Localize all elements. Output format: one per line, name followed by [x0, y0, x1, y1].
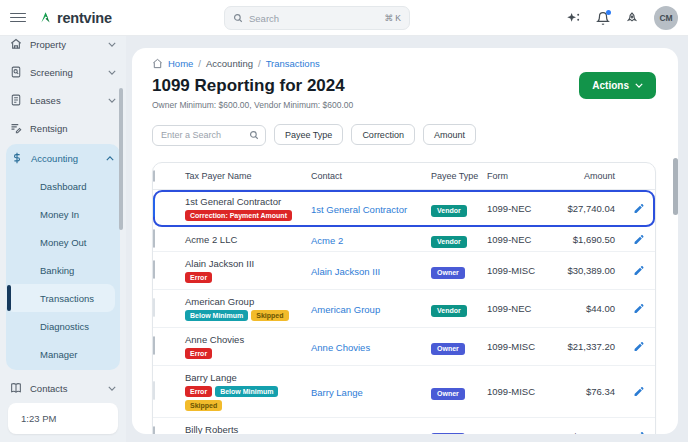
contact-link[interactable]: Anne Chovies — [311, 342, 370, 353]
sidebar-item-property[interactable]: Property — [0, 36, 126, 58]
sidebar-accounting-group: Accounting DashboardMoney InMoney OutBan… — [6, 144, 120, 370]
col-header-form: Form — [487, 171, 557, 181]
tax-payer-name: Anne Chovies — [185, 334, 307, 345]
sidebar-item-screening[interactable]: Screening — [0, 58, 126, 86]
table-row: Billy RobertsErrorBilly RobertsOwner1099… — [153, 418, 655, 435]
sidebar-top-items: PropertyScreeningLeasesRentsign — [0, 36, 126, 142]
amount-value: $44.00 — [557, 303, 619, 314]
home-icon — [152, 58, 163, 69]
sidebar-item-banking[interactable]: Banking — [6, 256, 120, 284]
actions-button[interactable]: Actions — [579, 72, 656, 99]
screening-icon — [10, 66, 22, 78]
sidebar-item-money-out[interactable]: Money Out — [6, 228, 120, 256]
clock-text: 1:23 PM — [21, 413, 56, 424]
select-all-checkbox[interactable] — [153, 170, 155, 182]
chevron-down-icon — [108, 98, 116, 103]
chevron-down-icon — [108, 42, 116, 47]
amount-value: $30,389.00 — [557, 265, 619, 276]
tax-payer-name: Billy Roberts — [185, 424, 307, 435]
sidebar-item-diagnostics[interactable]: Diagnostics — [6, 312, 120, 340]
status-badge: Error — [185, 272, 212, 283]
sidebar-scrollbar[interactable] — [119, 88, 123, 230]
accounting-icon — [11, 152, 23, 164]
contact-link[interactable]: 1st General Contractor — [311, 204, 407, 215]
edit-pencil-icon[interactable] — [629, 337, 647, 355]
filter-button-amount[interactable]: Amount — [423, 124, 476, 145]
payee-type-badge: Owner — [431, 388, 465, 400]
contact-link[interactable]: Billy Roberts — [311, 432, 364, 434]
breadcrumb: Home / Accounting / Transactions — [152, 58, 658, 69]
form-type: 1099-MISC — [487, 386, 557, 397]
sidebar-item-dashboard[interactable]: Dashboard — [6, 172, 120, 200]
sidebar-item-leases[interactable]: Leases — [0, 86, 126, 114]
rentvine-logo-icon — [38, 10, 53, 25]
amount-value: $1,690.50 — [557, 234, 619, 245]
ai-sparkle-icon[interactable] — [566, 11, 581, 26]
form-type: 1099-NEC — [487, 303, 557, 314]
sidebar-item-accounting[interactable]: Accounting — [6, 144, 120, 172]
row-checkbox[interactable] — [153, 229, 155, 248]
global-search-input[interactable] — [249, 13, 378, 24]
contact-link[interactable]: Acme 2 — [311, 235, 343, 246]
rentvine-logo[interactable]: rentvine — [38, 10, 112, 26]
sidebar-accounting-children: DashboardMoney InMoney OutBankingTransac… — [6, 172, 120, 368]
filter-button-payee-type[interactable]: Payee Type — [274, 124, 343, 145]
sidebar-item-rentsign[interactable]: Rentsign — [0, 114, 126, 142]
edit-pencil-icon[interactable] — [629, 230, 647, 248]
sidebar-item-manager[interactable]: Manager — [6, 340, 120, 368]
main-content: Home / Accounting / Transactions 1099 Re… — [132, 48, 678, 434]
contact-link[interactable]: Alain Jackson III — [311, 266, 380, 277]
sidebar-item-money-in[interactable]: Money In — [6, 200, 120, 228]
breadcrumb-transactions[interactable]: Transactions — [266, 58, 320, 69]
payee-type-badge: Vendor — [431, 236, 467, 248]
sidebar-item-contacts[interactable]: Contacts — [0, 374, 126, 402]
page-subtitle: Owner Minimum: $600.00, Vendor Minimum: … — [152, 100, 658, 110]
status-badge: Below Minimum — [185, 310, 248, 321]
status-badge: Correction: Payment Amount — [185, 210, 292, 221]
amount-value: $76.34 — [557, 386, 619, 397]
logo-text: rentvine — [57, 10, 112, 26]
contact-link[interactable]: American Group — [311, 304, 380, 315]
edit-pencil-icon[interactable] — [629, 427, 647, 434]
edit-pencil-icon[interactable] — [629, 382, 647, 400]
user-avatar[interactable]: CM — [654, 6, 678, 30]
edit-pencil-icon[interactable] — [629, 199, 647, 217]
contact-link[interactable]: Barry Lange — [311, 387, 363, 398]
sidebar-item-transactions[interactable]: Transactions — [6, 284, 115, 312]
notification-dot — [606, 10, 611, 15]
status-badge: Skipped — [251, 310, 288, 321]
notifications-bell-icon[interactable] — [596, 11, 610, 26]
breadcrumb-home[interactable]: Home — [168, 58, 193, 69]
tax-payer-name: Acme 2 LLC — [185, 234, 307, 245]
form-type: 1099-MISC — [487, 431, 557, 435]
table-row: Barry LangeErrorBelow MinimumSkippedBarr… — [153, 366, 655, 418]
row-checkbox[interactable] — [153, 298, 155, 317]
row-checkbox[interactable] — [153, 381, 155, 400]
table-body: 1st General ContractorCorrection: Paymen… — [153, 190, 655, 435]
status-badge: Below Minimum — [215, 386, 278, 397]
payee-type-badge: Vendor — [431, 305, 467, 317]
chevron-down-icon — [108, 70, 116, 75]
reporting-table: Tax Payer Name Contact Payee Type Form A… — [152, 162, 656, 435]
edit-pencil-icon[interactable] — [629, 299, 647, 317]
row-checkbox[interactable] — [153, 260, 155, 279]
sidebar: PropertyScreeningLeasesRentsign Accounti… — [0, 36, 126, 442]
row-checkbox[interactable] — [153, 426, 155, 434]
row-checkbox[interactable] — [153, 198, 155, 217]
chevron-down-icon — [108, 386, 116, 391]
amount-value: $7,817.50 — [557, 431, 619, 435]
row-checkbox[interactable] — [153, 336, 155, 355]
status-badge: Error — [185, 348, 212, 359]
rocket-icon[interactable] — [625, 11, 639, 26]
hamburger-menu-icon[interactable] — [10, 10, 26, 25]
amount-value: $21,337.20 — [557, 341, 619, 352]
search-icon — [233, 13, 243, 23]
edit-pencil-icon[interactable] — [629, 261, 647, 279]
col-header-payee-type: Payee Type — [431, 171, 487, 181]
global-search[interactable]: ⌘ K — [224, 6, 410, 30]
filter-button-correction[interactable]: Correction — [351, 124, 415, 145]
table-row: Acme 2 LLCAcme 2Vendor1099-NEC$1,690.50 — [153, 228, 655, 252]
contacts-icon — [10, 382, 22, 394]
page-scrollbar[interactable] — [673, 158, 678, 215]
status-badge: Skipped — [185, 400, 222, 411]
